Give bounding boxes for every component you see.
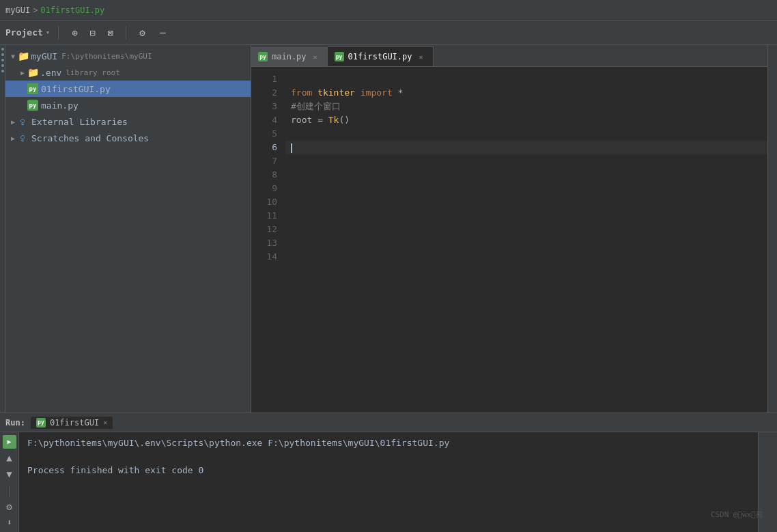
app-name: myGUI (5, 5, 30, 15)
project-panel: 📁 myGUI F:\pythonitems\myGUI 📁 .env libr… (5, 45, 251, 412)
ln-13: 13 (251, 236, 277, 250)
ln-6: 6 (251, 141, 277, 154)
divider-h (9, 486, 10, 497)
code-line-12 (285, 223, 767, 236)
project-label: Project (5, 27, 43, 38)
code-line-6 (285, 141, 767, 154)
tree-root[interactable]: 📁 myGUI F:\pythonitems\myGUI (5, 48, 251, 64)
code-line-10 (285, 195, 767, 209)
root-chevron (8, 51, 18, 61)
console-result: Process finished with exit code 0 (27, 465, 203, 475)
code-line-13 (285, 236, 767, 250)
collapse-btn[interactable]: ⊟ (85, 25, 100, 40)
watermark: CSDN @京̈wx技̈苑 (711, 509, 763, 520)
tab-main-py-label: main.py (272, 52, 307, 61)
tab-01firstgui-py[interactable]: py 01firstGUI.py ✕ (328, 46, 434, 66)
strip-indicator-3 (1, 59, 4, 61)
scratches-label: Scratches and Consoles (31, 133, 149, 143)
ln-1: 1 (251, 72, 277, 86)
extlibs-icon: ⧬ (18, 116, 27, 127)
right-strip (767, 45, 777, 412)
code-line-8 (285, 168, 767, 182)
ln-5: 5 (251, 127, 277, 141)
console-path: F:\pythonitems\myGUI\.env\Scripts\python… (27, 438, 449, 448)
code-line-5 (285, 127, 767, 141)
extlibs-chevron (8, 117, 18, 126)
ln-10: 10 (251, 195, 277, 209)
code-line-14 (285, 250, 767, 264)
code-line-2: from tkinter import * (285, 86, 767, 100)
tabs-bar: py main.py ✕ py 01firstGUI.py ✕ (251, 45, 767, 67)
title-bar: myGUI > 01firstGUI.py (0, 0, 777, 20)
code-line-3: #创建个窗口 (285, 100, 767, 113)
toolbar: Project ▾ ⊕ ⊟ ⊠ ⚙ ─ (0, 20, 777, 45)
strip-indicator-2 (1, 53, 4, 56)
run-label: Run: (5, 418, 25, 428)
console-result-line: Process finished with exit code 0 (27, 464, 750, 477)
code-line-1 (285, 72, 767, 86)
tab-01firstgui-icon: py (335, 52, 344, 61)
settings-run-btn[interactable]: ⚙ (3, 500, 16, 514)
toolbar-divider-1 (58, 26, 59, 40)
ln-7: 7 (251, 154, 277, 168)
settings-btn[interactable]: ⚙ (135, 25, 150, 40)
run-tab-label: 01firstGUI (50, 418, 99, 428)
scratches-icon: ⧬ (18, 132, 27, 143)
strip-indicator-4 (1, 64, 4, 67)
root-path: F:\pythonitems\myGUI (61, 52, 152, 61)
tab-main-py-close[interactable]: ✕ (311, 52, 320, 61)
root-label: myGUI (31, 51, 57, 61)
console-output: F:\pythonitems\myGUI\.env\Scripts\python… (19, 432, 758, 532)
ln-11: 11 (251, 209, 277, 223)
breadcrumb: myGUI > 01firstGUI.py (5, 5, 104, 15)
run-tab[interactable]: py 01firstGUI ✕ (31, 417, 113, 429)
run-tab-icon: py (36, 418, 46, 428)
ln-3: 3 (251, 100, 277, 113)
tree-item-env[interactable]: 📁 .env library root (5, 64, 251, 81)
ln-9: 9 (251, 182, 277, 195)
ln-14: 14 (251, 250, 277, 264)
console-blank (27, 450, 750, 464)
breadcrumb-sep: > (33, 5, 38, 15)
breadcrumb-file: 01firstGUI.py (40, 5, 104, 15)
console-path-line: F:\pythonitems\myGUI\.env\Scripts\python… (27, 436, 750, 450)
scroll-all-down-btn[interactable]: ⬇ (3, 516, 16, 529)
strip-indicator (1, 48, 4, 51)
tab-main-py-icon: py (258, 52, 268, 61)
text-cursor (291, 143, 292, 153)
expand-btn[interactable]: ⊠ (102, 25, 117, 40)
ln-4: 4 (251, 113, 277, 127)
tab-main-py[interactable]: py main.py ✕ (251, 47, 328, 66)
code-line-4: root = Tk() (285, 113, 767, 127)
scroll-up-btn[interactable]: ▲ (3, 451, 16, 465)
tree-item-scratches[interactable]: ⧬ Scratches and Consoles (5, 130, 251, 146)
code-editor[interactable]: 1 2 3 4 5 6 7 8 9 10 11 12 13 14 from tk… (251, 67, 767, 412)
project-dropdown-arrow[interactable]: ▾ (46, 28, 51, 37)
add-content-btn[interactable]: ⊕ (67, 25, 82, 40)
toolbar-actions: ⊕ ⊟ ⊠ (67, 25, 117, 40)
minimize-btn[interactable]: ─ (155, 25, 170, 40)
bottom-panel: Run: py 01firstGUI ✕ ▶ ▲ ▼ ⚙ ⬇ F:\python… (0, 412, 777, 532)
bottom-tabs: Run: py 01firstGUI ✕ (0, 413, 777, 432)
tree-item-extlibs[interactable]: ⧬ External Libraries (5, 113, 251, 130)
left-strip (0, 45, 5, 412)
toolbar-project-section: Project ▾ (5, 27, 50, 38)
py-icon-01firstgui: py (27, 83, 38, 94)
scroll-down-btn[interactable]: ▼ (3, 467, 16, 481)
play-button[interactable]: ▶ (3, 435, 16, 449)
run-tab-close[interactable]: ✕ (103, 419, 107, 426)
line-numbers: 1 2 3 4 5 6 7 8 9 10 11 12 13 14 (251, 67, 285, 412)
code-content[interactable]: from tkinter import * #创建个窗口 root = Tk() (285, 67, 767, 412)
editor-area: py main.py ✕ py 01firstGUI.py ✕ 1 2 3 4 … (251, 45, 767, 412)
tree-item-01firstgui[interactable]: py 01firstGUI.py (5, 81, 251, 97)
scratches-chevron (8, 133, 18, 143)
tree-item-main[interactable]: py main.py (5, 97, 251, 113)
file-label-01firstgui: 01firstGUI.py (41, 84, 111, 94)
file-tree: 📁 myGUI F:\pythonitems\myGUI 📁 .env libr… (5, 45, 251, 412)
bottom-content: ▶ ▲ ▼ ⚙ ⬇ F:\pythonitems\myGUI\.env\Scri… (0, 432, 777, 532)
run-controls: ▶ ▲ ▼ ⚙ ⬇ (0, 432, 19, 532)
tab-01firstgui-close[interactable]: ✕ (416, 52, 426, 61)
env-label: .env (40, 68, 61, 78)
ln-12: 12 (251, 223, 277, 236)
code-line-9 (285, 182, 767, 195)
